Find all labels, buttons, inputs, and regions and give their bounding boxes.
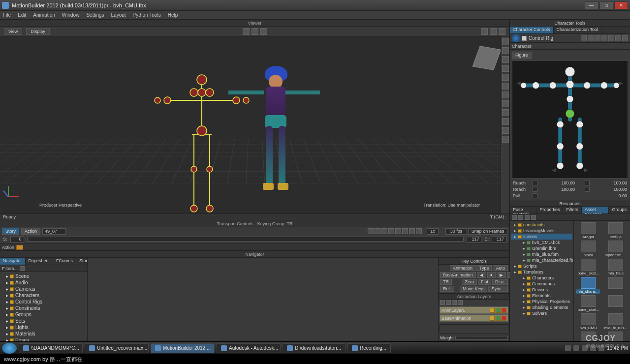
cr-icon-3[interactable] bbox=[595, 35, 600, 41]
asset-thumb[interactable]: IceSlip bbox=[603, 222, 629, 239]
pan-icon[interactable] bbox=[252, 28, 258, 35]
tool-move-icon[interactable] bbox=[502, 47, 509, 54]
tree-item-scene[interactable]: ▸Scene bbox=[2, 273, 85, 279]
task-4[interactable]: Autodesk - Autodesk... bbox=[217, 343, 281, 353]
filter-icon[interactable] bbox=[20, 266, 25, 271]
start-button[interactable] bbox=[2, 343, 17, 354]
viewport-3d[interactable]: Producer Perspective Translation: Use ma… bbox=[0, 36, 509, 213]
ab-tool2-icon[interactable] bbox=[518, 215, 523, 220]
take-field[interactable]: 49_07 bbox=[42, 228, 66, 235]
tray-icon-5[interactable] bbox=[598, 345, 604, 351]
task-3[interactable]: MotionBuilder 2012 ... bbox=[151, 343, 215, 353]
tray-icon-1[interactable] bbox=[565, 345, 571, 351]
pull-check[interactable] bbox=[533, 193, 537, 198]
layer-baseanimation[interactable]: BaseAnimation bbox=[440, 314, 508, 322]
tree-item-cameras[interactable]: ▸Cameras bbox=[2, 286, 85, 292]
tree-item-groups[interactable]: ▸Groups bbox=[2, 311, 85, 318]
loop-mode[interactable]: 1x bbox=[427, 228, 439, 235]
type-auto[interactable]: Auto bbox=[493, 265, 508, 271]
tree-item-control rigs[interactable]: ▸Control Rigs bbox=[2, 299, 85, 305]
action-clip[interactable] bbox=[16, 245, 23, 250]
tool12-icon[interactable] bbox=[502, 136, 509, 143]
asset-tree-item[interactable]: ▸Gremlin.fbm bbox=[511, 245, 572, 251]
tab-char-controls[interactable]: Character Controls bbox=[510, 27, 554, 33]
asset-tree-item[interactable]: ▸Solvers bbox=[511, 310, 572, 316]
orbit-icon[interactable] bbox=[243, 28, 250, 35]
tab-dopesheet[interactable]: Dopesheet bbox=[26, 258, 54, 265]
tr-mode[interactable]: TR bbox=[440, 279, 452, 285]
range-start[interactable]: 0 bbox=[10, 236, 24, 243]
menu-layout[interactable]: Layout bbox=[111, 12, 126, 18]
asset-thumb[interactable]: Aragor bbox=[575, 222, 601, 239]
animation-dropdown[interactable]: Animation bbox=[450, 265, 475, 271]
tool-rotate-icon[interactable] bbox=[502, 56, 509, 63]
tool11-icon[interactable] bbox=[502, 127, 509, 134]
cr-icon-4[interactable] bbox=[601, 35, 607, 41]
flat-btn[interactable]: Flat bbox=[478, 279, 491, 285]
tree-item-constraints[interactable]: ▸Constraints bbox=[2, 305, 85, 311]
asset-thumb[interactable]: mia_blue bbox=[603, 259, 629, 275]
tab-properties[interactable]: Properties bbox=[536, 207, 563, 213]
asset-thumb[interactable] bbox=[603, 295, 629, 312]
minimize-button[interactable]: — bbox=[585, 1, 598, 9]
asset-tree-item[interactable]: ▸mia_blue.fbm bbox=[511, 251, 572, 257]
range-end[interactable]: 117 bbox=[467, 236, 481, 243]
prev-key-icon[interactable]: ◀ bbox=[477, 272, 486, 278]
step-back-icon[interactable] bbox=[375, 228, 380, 234]
zero-btn[interactable]: Zero bbox=[462, 279, 477, 285]
tree-item-poses[interactable]: ▸Poses bbox=[2, 337, 85, 341]
action-tab[interactable]: Action bbox=[21, 228, 40, 235]
asset-tree-item[interactable]: ▸Scripts bbox=[511, 263, 572, 269]
ab-tool3-icon[interactable] bbox=[525, 215, 530, 220]
tree-item-characters[interactable]: ▸Characters bbox=[2, 292, 85, 299]
viewcube[interactable] bbox=[472, 46, 502, 70]
asset-thumb[interactable]: bone_skel... bbox=[575, 259, 601, 275]
cr-icon-1[interactable] bbox=[581, 35, 587, 41]
toggle-icon-1[interactable] bbox=[481, 28, 488, 35]
menu-window[interactable]: Window bbox=[62, 12, 80, 18]
tab-filters[interactable]: Filters bbox=[563, 207, 582, 213]
ab-tool1-icon[interactable] bbox=[512, 215, 517, 220]
asset-tree-item[interactable]: ▸Characters bbox=[511, 275, 572, 281]
tray-icon-3[interactable] bbox=[582, 345, 588, 351]
asset-thumb[interactable]: mia_rigged bbox=[603, 332, 629, 341]
fps-field[interactable]: 30 fps bbox=[445, 228, 467, 235]
tab-posecontrols[interactable]: Pose Controls bbox=[510, 207, 536, 213]
character-dropdown[interactable]: Character bbox=[512, 44, 532, 49]
reach-check-1[interactable] bbox=[533, 181, 537, 185]
figure-tab[interactable]: Figure bbox=[512, 52, 532, 59]
layer-animlayer1[interactable]: AnimLayer1 bbox=[440, 306, 508, 314]
cr-icon-5[interactable] bbox=[608, 35, 614, 41]
tool6-icon[interactable] bbox=[502, 83, 509, 90]
dellayer-icon[interactable] bbox=[446, 300, 451, 305]
tool7-icon[interactable] bbox=[502, 91, 509, 98]
tray-icon-4[interactable] bbox=[590, 345, 596, 351]
goto-end-icon[interactable] bbox=[409, 228, 415, 234]
cr-icon-2[interactable] bbox=[588, 35, 594, 41]
reach-check-1b[interactable] bbox=[585, 181, 590, 185]
asset-thumb[interactable]: mia_fk_run... bbox=[603, 313, 629, 330]
tool-select-icon[interactable] bbox=[502, 38, 509, 45]
asset-thumb[interactable]: Japanese.w... bbox=[603, 241, 629, 257]
task-1[interactable]: \\DADANDMOM-PC... bbox=[19, 343, 83, 353]
snap-field[interactable]: Snap on Frames bbox=[468, 228, 507, 235]
stop-icon[interactable] bbox=[388, 228, 394, 234]
loop-icon[interactable] bbox=[416, 228, 422, 234]
disc-btn[interactable]: Disc. bbox=[492, 279, 508, 285]
timeline[interactable] bbox=[27, 237, 464, 242]
goto-start-icon[interactable] bbox=[368, 228, 374, 234]
tab-assetbrowser[interactable]: Asset Browser bbox=[582, 207, 609, 213]
menu-settings[interactable]: Settings bbox=[86, 12, 104, 18]
asset-thumb[interactable] bbox=[603, 277, 629, 294]
play-icon[interactable] bbox=[395, 228, 401, 234]
movekeys-btn[interactable]: Move Keys bbox=[460, 286, 488, 292]
tree-item-sets[interactable]: ▸Sets bbox=[2, 318, 85, 324]
tab-navigator[interactable]: Navigator bbox=[0, 258, 26, 265]
asset-tree-item[interactable]: ▸LearningMovies bbox=[511, 228, 572, 234]
menu-help[interactable]: Help bbox=[168, 12, 178, 18]
tree-item-materials[interactable]: ▸Materials bbox=[2, 331, 85, 337]
tree-item-audio[interactable]: ▸Audio bbox=[2, 279, 85, 286]
ref-btn[interactable]: Ref. bbox=[440, 286, 454, 292]
reach-check-2b[interactable] bbox=[585, 187, 590, 192]
task-2[interactable]: Untitled_recover.max... bbox=[85, 343, 149, 353]
